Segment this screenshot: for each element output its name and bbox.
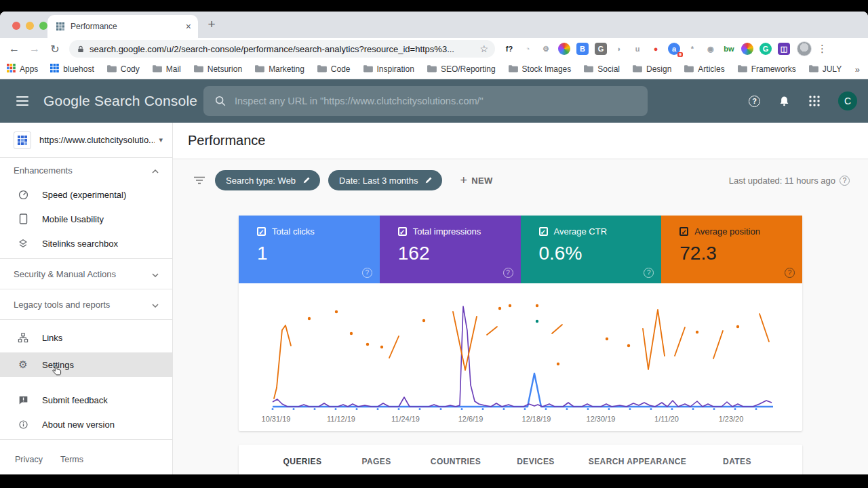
hamburger-menu-icon[interactable] xyxy=(16,96,28,106)
purple-ext-icon[interactable]: ◫ xyxy=(778,43,790,55)
bookmark-label: Articles xyxy=(698,64,724,74)
filter-icon[interactable] xyxy=(193,176,205,184)
metric-card-average-position[interactable]: ✓ Average position 72.3 ? xyxy=(661,216,802,283)
browser-tab[interactable]: Performance × xyxy=(47,15,198,38)
dot-red-ext-icon[interactable]: ● xyxy=(650,43,662,55)
metric-help-icon[interactable]: ? xyxy=(644,268,654,278)
chevron-down-icon xyxy=(152,300,159,310)
sidebar-item-submit-feedback[interactable]: Submit feedback xyxy=(0,388,172,412)
bw-ext-icon[interactable]: bw xyxy=(723,43,735,55)
bookmark-seo-reporting[interactable]: SEO/Reporting xyxy=(427,64,496,75)
metric-card-total-clicks[interactable]: ✓ Total clicks 1 ? xyxy=(239,216,380,283)
property-selector[interactable]: https://www.clutchcitysolutio... ▾ xyxy=(0,123,172,158)
browser-menu-icon[interactable]: ⋮ xyxy=(817,43,827,55)
bookmark-marketing[interactable]: Marketing xyxy=(254,64,304,75)
new-tab-button[interactable]: + xyxy=(203,17,220,32)
privacy-link[interactable]: Privacy xyxy=(15,455,43,464)
window-controls[interactable] xyxy=(12,22,47,30)
metric-card-average-ctr[interactable]: ✓ Average CTR 0.6% ? xyxy=(521,216,662,283)
metric-card-total-impressions[interactable]: ✓ Total impressions 162 ? xyxy=(380,216,521,283)
tab-dates[interactable]: DATES xyxy=(723,457,751,466)
sidebar-item-settings[interactable]: ⚙Settings xyxy=(0,352,172,377)
bookmark-frameworks[interactable]: Frameworks xyxy=(737,64,796,75)
tab-close-icon[interactable]: × xyxy=(186,21,191,32)
help-icon[interactable]: ? xyxy=(749,96,760,107)
asterisk-ext-icon[interactable]: * xyxy=(686,43,698,55)
back-icon[interactable]: ← xyxy=(4,43,24,55)
address-bar[interactable]: search.google.com/u/2/search-console/per… xyxy=(69,40,495,58)
sidebar-section-security-manual-actions[interactable]: Security & Manual Actions xyxy=(0,262,172,286)
color-wheel-ext-icon[interactable] xyxy=(558,43,570,55)
sidebar-divider xyxy=(0,258,172,259)
sidebar-section-legacy-tools-and-reports[interactable]: Legacy tools and reports xyxy=(0,292,172,317)
fontface-ext-icon[interactable]: f? xyxy=(503,43,515,55)
metric-help-icon[interactable]: ? xyxy=(503,268,513,278)
bookmark-apps[interactable]: Apps xyxy=(7,64,38,75)
bookmark-social[interactable]: Social xyxy=(583,64,620,75)
account-avatar[interactable]: C xyxy=(838,92,857,110)
zoom-window-button[interactable] xyxy=(39,22,47,30)
a-badge-ext-icon[interactable]: a9 xyxy=(668,43,680,55)
bookmark-cody[interactable]: Cody xyxy=(106,64,140,75)
sidebar-item-about-new-version[interactable]: About new version xyxy=(0,412,172,436)
bookmark-july[interactable]: JULY xyxy=(808,64,842,75)
gsc-logo[interactable]: Google Search Console xyxy=(43,93,197,109)
notifications-bell-icon[interactable] xyxy=(778,95,791,108)
u-ext-icon[interactable]: u xyxy=(631,43,644,55)
sidebar-section-enhancements[interactable]: Enhancements xyxy=(0,158,172,182)
checkbox-checked-icon[interactable]: ✓ xyxy=(539,227,548,236)
moon-ext-icon[interactable]: ◗ xyxy=(613,43,625,55)
new-filter-button[interactable]: + NEW xyxy=(460,174,492,188)
folder-icon xyxy=(106,64,117,75)
sidebar-item-label: Mobile Usability xyxy=(42,214,104,224)
gear-ext-icon[interactable]: ⚙ xyxy=(540,43,552,55)
tab-pages[interactable]: PAGES xyxy=(361,457,391,466)
sidebar-item-speed-experimental[interactable]: Speed (experimental) xyxy=(0,182,172,207)
tab-devices[interactable]: DEVICES xyxy=(517,457,554,466)
metric-help-icon[interactable]: ? xyxy=(785,268,795,278)
bookmark-star-icon[interactable]: ☆ xyxy=(479,43,488,54)
sidebar-item-mobile-usability[interactable]: Mobile Usability xyxy=(0,207,172,231)
bookmark-mail[interactable]: Mail xyxy=(152,64,181,75)
checkbox-checked-icon[interactable]: ✓ xyxy=(257,227,266,236)
tab-search-appearance[interactable]: SEARCH APPEARANCE xyxy=(589,457,686,466)
sidebar-item-sitelinks-searchbox[interactable]: Sitelinks searchbox xyxy=(0,231,172,256)
browser-profile-avatar[interactable] xyxy=(797,41,812,56)
bookmark-design[interactable]: Design xyxy=(632,64,671,75)
ext-badge: 9 xyxy=(677,52,683,57)
screen: Performance × + ← → ↻ search.google.com/… xyxy=(0,0,868,488)
close-window-button[interactable] xyxy=(12,22,20,30)
checkbox-checked-icon[interactable]: ✓ xyxy=(398,227,407,236)
metric-help-icon[interactable]: ? xyxy=(362,268,372,278)
checkbox-checked-icon[interactable]: ✓ xyxy=(679,227,688,236)
grammarly-ext-icon[interactable]: G xyxy=(760,43,772,55)
date-range-chip[interactable]: Date: Last 3 months xyxy=(328,170,442,190)
browser-window: Performance × + ← → ↻ search.google.com/… xyxy=(0,12,868,488)
palette-ext-icon[interactable] xyxy=(741,43,753,55)
bookmarks-overflow-icon[interactable]: » xyxy=(855,64,860,75)
page-title: Performance xyxy=(173,123,868,159)
tag-ext-icon[interactable]: B xyxy=(576,43,589,55)
url-inspect-searchbox[interactable] xyxy=(203,86,648,116)
terms-link[interactable]: Terms xyxy=(60,455,83,464)
url-inspect-input[interactable] xyxy=(235,96,637,106)
tab-countries[interactable]: COUNTRIES xyxy=(431,457,481,466)
g-gray-ext-icon[interactable]: G xyxy=(595,43,607,55)
last-updated-help-icon[interactable]: ? xyxy=(840,176,850,186)
camera-ext-icon[interactable]: ◉ xyxy=(705,43,717,55)
bookmark-bluehost[interactable]: bluehost xyxy=(50,64,94,75)
search-type-chip[interactable]: Search type: Web xyxy=(215,170,320,190)
sidebar-item-links[interactable]: Links xyxy=(0,323,172,352)
bookmark-label: Stock Images xyxy=(522,64,572,74)
reload-icon[interactable]: ↻ xyxy=(45,43,65,56)
bookmark-stock-images[interactable]: Stock Images xyxy=(508,64,572,75)
bookmark-netsurion[interactable]: Netsurion xyxy=(193,64,242,75)
tab-queries[interactable]: QUERIES xyxy=(283,457,322,466)
google-apps-grid-icon[interactable] xyxy=(808,95,821,107)
minimize-window-button[interactable] xyxy=(26,22,34,30)
bookmark-articles[interactable]: Articles xyxy=(684,64,724,75)
forward-icon[interactable]: → xyxy=(24,43,45,55)
bookmark-inspiration[interactable]: Inspiration xyxy=(363,64,414,75)
clock-ext-icon[interactable]: ◔ xyxy=(521,43,534,55)
bookmark-code[interactable]: Code xyxy=(317,64,351,75)
